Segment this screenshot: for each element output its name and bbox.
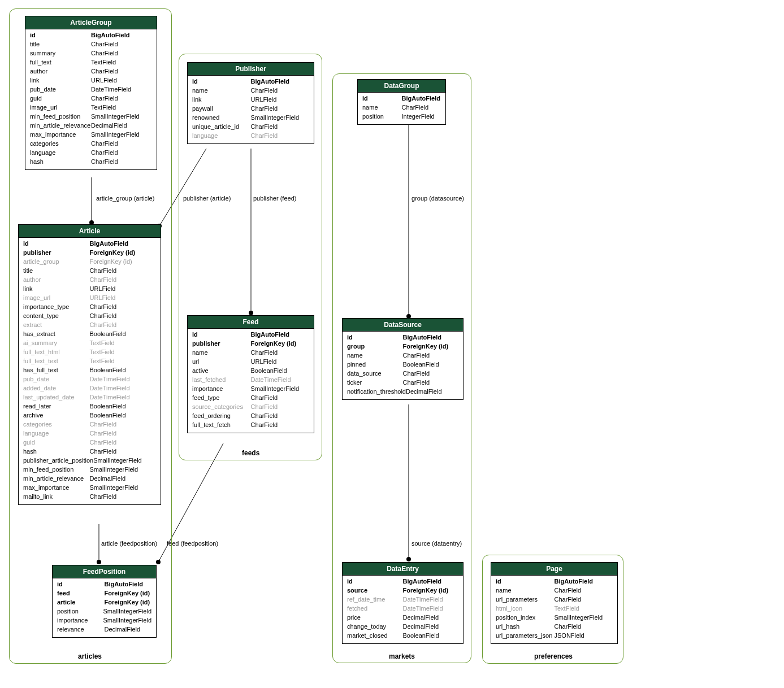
field-type: CharField [90, 448, 157, 456]
entity-articlegroup: ArticleGroup idBigAutoFieldtitleCharFiel… [25, 16, 157, 170]
field-name: ticker [347, 379, 403, 387]
field-name: max_importance [30, 131, 91, 139]
container-label-preferences: preferences [534, 652, 573, 660]
table-row: read_laterBooleanField [23, 402, 156, 411]
field-name: position_index [496, 614, 555, 622]
table-row: idBigAutoField [30, 31, 152, 40]
entity-title-articlegroup: ArticleGroup [25, 16, 157, 29]
table-row: linkURLField [30, 76, 152, 85]
table-row: full_textTextField [30, 58, 152, 67]
field-type: CharField [555, 596, 613, 604]
field-type: CharField [90, 312, 157, 320]
field-name: id [362, 95, 402, 103]
table-row: languageCharField [23, 429, 156, 438]
field-type: ForeignKey (id) [403, 343, 459, 351]
field-type: BigAutoField [555, 578, 613, 586]
table-row: ai_summaryTextField [23, 339, 156, 348]
field-name: active [192, 367, 251, 375]
field-type: BooleanField [403, 632, 459, 640]
field-name: extract [23, 321, 90, 329]
field-type: BooleanField [90, 403, 157, 411]
field-type: SmallIntegerField [91, 131, 152, 139]
field-type: TextField [90, 358, 157, 365]
table-row: summaryCharField [30, 49, 152, 58]
field-name: name [362, 104, 402, 112]
table-row: positionIntegerField [362, 112, 441, 121]
field-name: id [192, 331, 251, 339]
field-name: image_url [30, 104, 91, 112]
field-name: feed [57, 590, 105, 598]
field-name: position [57, 608, 103, 616]
table-row: archiveBooleanField [23, 411, 156, 420]
field-name: name [347, 352, 403, 360]
field-name: has_full_text [23, 367, 90, 375]
field-name: ref_date_time [347, 596, 403, 604]
field-type: BigAutoField [251, 331, 310, 339]
table-row: last_fetchedDateTimeField [192, 376, 309, 385]
field-type: SmallIntegerField [103, 617, 151, 625]
table-row: market_closedBooleanField [347, 632, 458, 641]
table-row: image_urlURLField [23, 294, 156, 303]
table-row: min_feed_positionSmallIntegerField [30, 112, 152, 121]
field-type: URLField [251, 358, 310, 366]
table-row: groupForeignKey (id) [347, 342, 458, 351]
field-type: CharField [90, 439, 157, 447]
table-row: guidCharField [23, 438, 156, 447]
field-type: CharField [251, 403, 310, 411]
table-row: articleForeignKey (id) [57, 598, 151, 607]
table-row: notification_thresholdDecimalField [347, 387, 458, 397]
entity-title-publisher: Publisher [188, 63, 314, 76]
field-type: CharField [251, 132, 310, 140]
field-name: pub_date [23, 376, 90, 384]
table-row: titleCharField [23, 267, 156, 276]
field-name: last_updated_date [23, 394, 90, 402]
field-name: categories [30, 140, 91, 148]
entity-feed: Feed idBigAutoFieldpublisherForeignKey (… [187, 315, 314, 433]
table-row: idBigAutoField [57, 580, 151, 589]
table-row: hashCharField [23, 447, 156, 456]
field-type: URLField [251, 96, 310, 104]
table-row: languageCharField [192, 132, 309, 141]
container-label-markets: markets [389, 652, 415, 660]
field-name: has_extract [23, 330, 90, 338]
table-row: url_parametersCharField [496, 595, 613, 604]
table-row: max_importanceSmallIntegerField [23, 484, 156, 493]
field-name: name [192, 87, 251, 95]
field-type: SmallIntegerField [103, 608, 151, 616]
field-type: CharField [90, 303, 157, 311]
field-type: SmallIntegerField [555, 614, 613, 622]
field-name: guid [23, 439, 90, 447]
field-name: change_today [347, 623, 403, 631]
field-type: DecimalField [90, 475, 157, 483]
field-name: url_parameters [496, 596, 555, 604]
rel-label-feed-fp: feed (feedposition) [167, 540, 218, 547]
table-row: urlURLField [192, 358, 309, 367]
entity-feedposition: FeedPosition idBigAutoFieldfeedForeignKe… [52, 565, 157, 638]
field-type: CharField [403, 379, 459, 387]
table-row: nameCharField [496, 586, 613, 595]
field-name: ai_summary [23, 339, 90, 347]
field-type: IntegerField [402, 113, 441, 121]
field-type: BigAutoField [105, 581, 152, 589]
field-type: CharField [91, 149, 152, 157]
table-row: importanceSmallIntegerField [192, 385, 309, 394]
table-row: pub_dateDateTimeField [30, 85, 152, 94]
field-name: source_categories [192, 403, 251, 411]
container-label-articles: articles [78, 652, 102, 660]
field-type: DecimalField [91, 122, 152, 130]
field-name: hash [30, 158, 91, 166]
field-type: DecimalField [105, 626, 152, 634]
field-type: CharField [555, 623, 613, 631]
field-type: CharField [251, 87, 310, 95]
field-name: feed_ordering [192, 412, 251, 420]
table-row: article_groupForeignKey (id) [23, 258, 156, 267]
field-name: fetched [347, 605, 403, 613]
field-type: SmallIntegerField [91, 113, 152, 121]
container-label-feeds: feeds [242, 449, 259, 457]
field-type: SmallIntegerField [93, 457, 156, 465]
field-type: SmallIntegerField [251, 385, 310, 393]
table-row: change_todayDecimalField [347, 622, 458, 632]
table-row: publisher_article_positionSmallIntegerFi… [23, 456, 156, 465]
field-name: id [30, 32, 91, 40]
table-row: relevanceDecimalField [57, 625, 151, 634]
